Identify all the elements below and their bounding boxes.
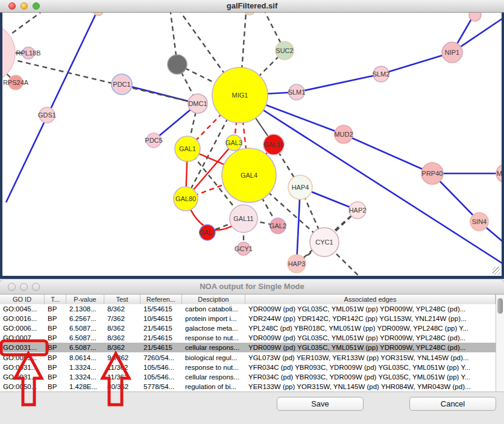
node-label: GAL3 (225, 139, 242, 146)
cell-test: 8/362 (104, 334, 140, 343)
table-row[interactable]: GO:0065...BP8.0614...94/3627260/54...bio… (0, 353, 496, 363)
node-label: HAP2 (349, 207, 367, 214)
cell-edges: YFR034C (pd) YBR093C, YDR009W (pd) YGL03… (245, 363, 496, 372)
cell-type: BP (45, 343, 66, 352)
node-label: GAL7 (199, 229, 216, 236)
cell-description: carbon cataboli... (182, 305, 245, 314)
network-edge[interactable] (6, 13, 96, 202)
column-header-go-id[interactable]: GO ID (0, 295, 45, 304)
node-label: NIP1 (445, 49, 459, 56)
cell-go_id: GO:0016... (0, 314, 45, 323)
column-header-test[interactable]: Test (104, 295, 140, 304)
cell-reference: 21/54615 (140, 334, 182, 343)
network-edge[interactable] (381, 52, 452, 74)
node-label: PRP40 (422, 170, 443, 177)
cell-test: 11/362 (104, 363, 140, 372)
table-header: GO IDT...P-valueTestReferen...Desciption… (0, 295, 496, 305)
noa-window: NOA output for Single Mode GO IDT...P-va… (0, 279, 504, 424)
cell-edges: YGL073W (pd) YER103W, YER133W (pp) YOR31… (245, 354, 496, 363)
cell-reference: 10/54615 (140, 314, 182, 323)
noa-window-title: NOA output for Single Mode (0, 282, 504, 291)
node-label: CYC1 (315, 238, 333, 246)
cell-type: BP (45, 305, 66, 314)
node-label: GCY1 (235, 245, 253, 252)
window-border-bottom (0, 276, 504, 279)
node-label: MIG1 (232, 92, 248, 99)
network-window: galFiltered.sif RPL18BRPS24AGDS1PDC1PDC5… (0, 0, 504, 279)
node-label: GDS1 (38, 111, 56, 119)
network-canvas[interactable]: RPL18BRPS24AGDS1PDC1PDC5DMC1MIG1SUC2SLM1… (0, 13, 504, 279)
cell-reference: 7260/54... (140, 354, 182, 363)
cell-test: 94/362 (104, 354, 140, 363)
cell-p_value: 6.5087... (66, 334, 104, 343)
column-header-referen-[interactable]: Referen... (140, 295, 182, 304)
cell-p_value: 1.3324... (66, 363, 104, 372)
node-label: SLM1 (288, 89, 306, 96)
cell-go_id: GO:0065... (0, 354, 45, 363)
column-header-desciption[interactable]: Desciption (182, 295, 245, 304)
cell-edges: YDR009W (pd) YGL035C, YML051W (pp) YDR00… (245, 343, 496, 352)
scrollbar-thumb[interactable] (497, 298, 503, 314)
network-titlebar[interactable]: galFiltered.sif (0, 0, 504, 13)
column-header-associated-edges[interactable]: Associated edges (245, 295, 496, 304)
screen: galFiltered.sif RPL18BRPS24AGDS1PDC1PDC5… (0, 0, 504, 424)
cell-p_value: 2.1308... (66, 305, 104, 314)
noa-titlebar[interactable]: NOA output for Single Mode (0, 279, 504, 295)
cell-go_id: GO:0045... (0, 305, 45, 314)
cell-go_id: GO:0050... (0, 382, 45, 391)
table-row[interactable]: GO:0006...BP6.5087...8/36221/54615galact… (0, 323, 496, 333)
table-row[interactable]: GO:0031...BP6.5087...8/36221/54615cellul… (0, 343, 496, 352)
cell-type: BP (45, 354, 66, 363)
node-label: SIN4 (472, 218, 487, 225)
cell-go_id: GO:0031... (0, 373, 45, 382)
window-border-right (502, 13, 504, 279)
cell-test: 11/362 (104, 373, 140, 382)
node-label: MUD2 (334, 131, 353, 138)
column-header-t-[interactable]: T... (45, 295, 66, 304)
node-label: RPS24A (3, 79, 29, 86)
table-row[interactable]: GO:0007...BP6.5087...8/36221/54615respon… (0, 333, 496, 343)
cell-reference: 21/54615 (140, 324, 182, 333)
cell-test: 8/362 (104, 324, 140, 333)
cell-p_value: 8.0614... (66, 354, 104, 363)
cancel-button[interactable]: Cancel (409, 397, 496, 411)
network-edge[interactable] (297, 74, 381, 92)
cell-type: BP (45, 373, 66, 382)
cell-description: response to nut... (182, 363, 245, 372)
table-row[interactable]: GO:0045...BP2.1308...8/36215/54615carbon… (0, 304, 496, 314)
cell-reference: 5778/54... (140, 382, 182, 391)
vertical-scrollbar[interactable] (496, 295, 504, 391)
cell-reference: 15/54615 (140, 305, 182, 314)
cell-p_value: 1.428E... (66, 382, 104, 391)
cell-go_id: GO:0007... (0, 334, 45, 343)
column-header-p-value[interactable]: P-value (66, 295, 104, 304)
cell-description: response to nut... (182, 334, 245, 343)
node-label: GAL4 (241, 172, 257, 179)
window-border-left (0, 13, 2, 279)
network-node-gray[interactable] (168, 55, 187, 74)
cell-go_id: GO:0006... (0, 324, 45, 333)
node-label: GAL80 (175, 195, 196, 202)
resize-grip-icon[interactable] (493, 267, 500, 275)
cell-reference: 105/546... (140, 373, 182, 382)
cell-test: 8/362 (104, 343, 140, 352)
node-label: PDC5 (145, 137, 162, 144)
node-label: SLM2 (373, 70, 390, 78)
table-row[interactable]: GO:0031...BP1.3324...11/362105/546...cel… (0, 372, 496, 382)
network-node-p3[interactable] (469, 13, 481, 21)
table-row[interactable]: GO:0031...BP1.3324...11/362105/546...res… (0, 363, 496, 372)
node-label: SUC2 (276, 47, 293, 54)
network-edge[interactable] (240, 95, 504, 264)
cell-test: 7/362 (104, 314, 140, 323)
network-edge[interactable] (344, 134, 432, 173)
save-button[interactable]: Save (277, 397, 364, 411)
cell-p_value: 1.3324... (66, 373, 104, 382)
cell-edges: YPL248C (pd) YBR018C, YML051W (pp) YDR00… (245, 324, 496, 333)
cell-description: biological regul... (182, 354, 245, 363)
network-graph: RPL18BRPS24AGDS1PDC1PDC5DMC1MIG1SUC2SLM1… (0, 13, 504, 279)
table-row[interactable]: GO:0050...BP1.428E...80/3625778/54...reg… (0, 382, 496, 391)
table-row[interactable]: GO:0016...BP6.2567...7/36210/54615protei… (0, 314, 496, 323)
node-label: GAL2 (269, 222, 286, 229)
node-label: RPL18B (16, 49, 41, 57)
cell-type: BP (45, 324, 66, 333)
